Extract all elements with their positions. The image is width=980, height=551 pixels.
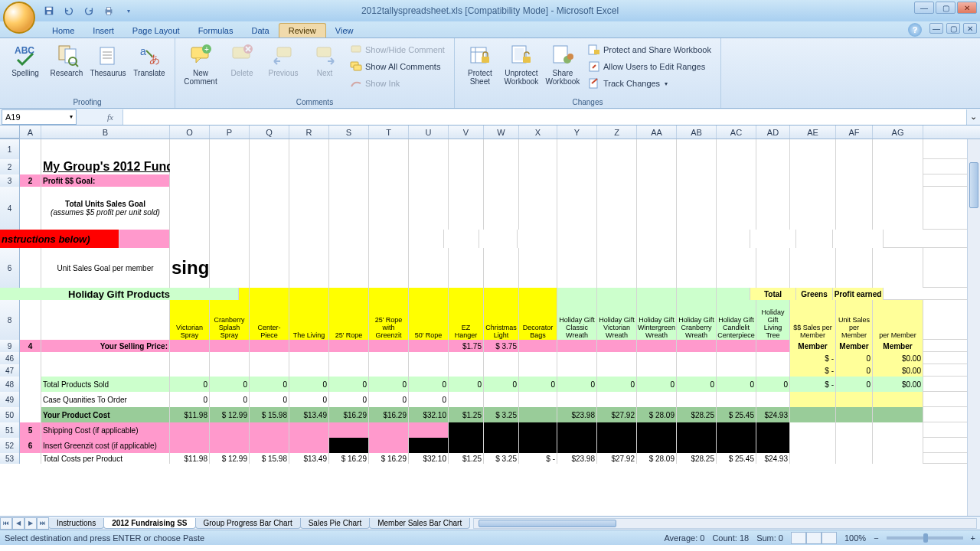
cell-X49[interactable] <box>519 392 557 407</box>
cell-W46[interactable] <box>484 352 519 364</box>
cell-V4[interactable] <box>449 187 484 230</box>
cell-AA1[interactable] <box>637 139 677 159</box>
cell-AC49[interactable] <box>717 392 756 407</box>
cell-AE48[interactable]: $ - <box>790 377 836 392</box>
cell-T2[interactable] <box>369 159 409 174</box>
sheet-tab-sales-pie-chart[interactable]: Sales Pie Chart <box>300 518 370 529</box>
sheet-nav-first[interactable]: ⏮ <box>0 517 12 530</box>
cell-T47[interactable] <box>369 364 409 377</box>
cell-P6[interactable] <box>210 248 250 288</box>
fx-icon[interactable]: fx <box>101 112 119 122</box>
cell-T5[interactable] <box>329 230 369 248</box>
cell-Y53[interactable]: $23.98 <box>557 453 597 464</box>
cell-AG3[interactable] <box>873 174 923 187</box>
cell-AD3[interactable] <box>756 174 790 187</box>
cell-Z8[interactable]: Holiday Gift Victorian Wreath <box>597 300 637 340</box>
cell-Y2[interactable] <box>557 159 597 174</box>
cell-AB5[interactable] <box>637 230 677 248</box>
cell-AF2[interactable] <box>836 159 873 174</box>
cell-Y47[interactable] <box>557 364 597 377</box>
cell-V5[interactable] <box>409 230 444 248</box>
cell-AD53[interactable]: $24.93 <box>756 453 790 464</box>
col-header-AE[interactable]: AE <box>790 126 836 139</box>
wb-close-button[interactable]: ✕ <box>963 23 977 34</box>
cell-S52[interactable] <box>329 438 369 453</box>
cell-Z51[interactable] <box>597 422 637 438</box>
cell-AC1[interactable] <box>717 139 756 159</box>
cell-S48[interactable]: 0 <box>329 377 369 392</box>
cell-Q5[interactable] <box>210 230 250 248</box>
cell-B2[interactable]: My Group's 2012 Fundraiser <box>41 159 170 174</box>
cell-B9[interactable]: Your Selling Price: <box>41 340 170 352</box>
col-header-Z[interactable]: Z <box>597 126 637 139</box>
cell-Z7[interactable] <box>557 288 597 300</box>
cell-A50[interactable] <box>20 407 41 422</box>
cell-R52[interactable] <box>289 438 329 453</box>
cell-B1[interactable] <box>41 139 170 159</box>
cell-S3[interactable] <box>329 174 369 187</box>
cell-W8[interactable]: Christmas Light <box>484 300 519 340</box>
cell-AG1[interactable] <box>873 139 923 159</box>
cell-Q1[interactable] <box>250 139 289 159</box>
close-button[interactable]: ✕ <box>957 2 977 14</box>
zoom-out-button[interactable]: − <box>874 533 878 543</box>
cell-V46[interactable] <box>449 352 484 364</box>
cell-AC9[interactable] <box>717 340 756 352</box>
cell-O49[interactable]: 0 <box>170 392 210 407</box>
cell-AB51[interactable] <box>677 422 717 438</box>
name-box[interactable]: A19▾ <box>2 109 77 125</box>
cell-AG49[interactable] <box>873 392 923 407</box>
translate-button[interactable]: aあTranslate <box>130 41 168 79</box>
cell-AB49[interactable] <box>677 392 717 407</box>
cell-AE52[interactable] <box>790 438 836 453</box>
cell-R49[interactable]: 0 <box>289 392 329 407</box>
cell-AC52[interactable] <box>717 438 756 453</box>
cell-W52[interactable] <box>484 438 519 453</box>
cell-R4[interactable] <box>289 187 329 230</box>
cell-R53[interactable]: $13.49 <box>289 453 329 464</box>
cell-AB9[interactable] <box>677 340 717 352</box>
research-button[interactable]: Research <box>47 41 86 79</box>
cell-B51[interactable]: Shipping Cost (if applicable) <box>41 422 170 438</box>
cell-B53[interactable]: Total Costs per Product <box>41 453 170 464</box>
cell-Z4[interactable] <box>597 187 637 230</box>
tab-home[interactable]: Home <box>43 24 83 37</box>
cell-A53[interactable] <box>20 453 41 464</box>
cell-Q7[interactable] <box>250 288 289 300</box>
cell-T53[interactable]: $ 16.29 <box>369 453 409 464</box>
cell-O1[interactable] <box>170 139 210 159</box>
cell-AC3[interactable] <box>717 174 756 187</box>
cell-W51[interactable] <box>484 422 519 438</box>
col-header-AB[interactable]: AB <box>677 126 717 139</box>
cell-T50[interactable]: $16.29 <box>369 407 409 422</box>
sheet-tab-group-progress-bar-chart[interactable]: Group Progress Bar Chart <box>195 518 301 529</box>
cell-T49[interactable]: 0 <box>369 392 409 407</box>
cell-AB7[interactable] <box>637 288 677 300</box>
cell-R2[interactable] <box>289 159 329 174</box>
cell-AE50[interactable] <box>790 407 836 422</box>
cell-W6[interactable] <box>484 248 519 288</box>
cell-AF50[interactable] <box>836 407 873 422</box>
cell-Y8[interactable]: Holiday Gift Classic Wreath <box>557 300 597 340</box>
cell-AF5[interactable] <box>796 230 833 248</box>
cell-AA9[interactable] <box>637 340 677 352</box>
cell-AF47[interactable]: 0 <box>836 364 873 377</box>
cell-AF53[interactable] <box>836 453 873 464</box>
cell-AB46[interactable] <box>677 352 717 364</box>
cell-T9[interactable] <box>369 340 409 352</box>
cell-T7[interactable] <box>369 288 409 300</box>
cell-W5[interactable] <box>444 230 479 248</box>
cell-R48[interactable]: 0 <box>289 377 329 392</box>
cell-R9[interactable] <box>289 340 329 352</box>
cell-AE47[interactable]: $ - <box>790 364 836 377</box>
cell-S6[interactable] <box>329 248 369 288</box>
cell-O3[interactable] <box>170 174 210 187</box>
cell-R47[interactable] <box>289 364 329 377</box>
cell-AC4[interactable] <box>717 187 756 230</box>
cell-AD50[interactable]: $24.93 <box>756 407 790 422</box>
tab-data[interactable]: Data <box>242 24 278 37</box>
cell-W49[interactable] <box>484 392 519 407</box>
cell-Q50[interactable]: $ 15.98 <box>250 407 289 422</box>
cell-AE6[interactable] <box>790 248 836 288</box>
cell-V53[interactable]: $1.25 <box>449 453 484 464</box>
